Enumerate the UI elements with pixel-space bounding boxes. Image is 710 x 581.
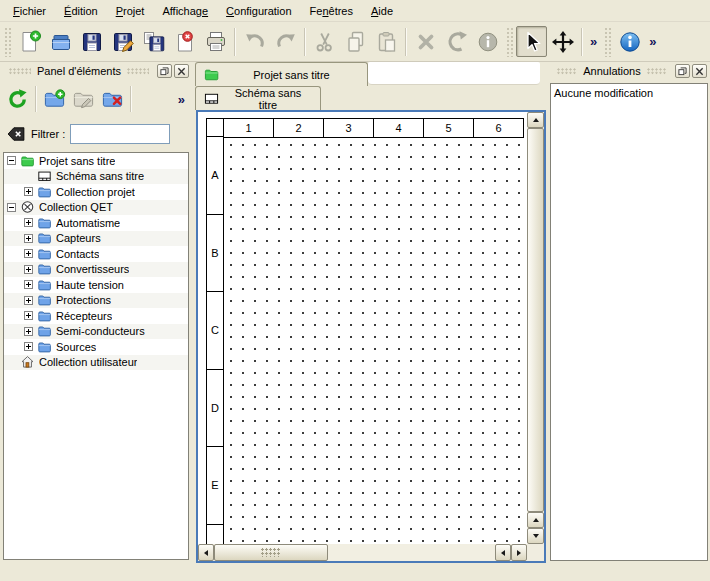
undo-panel-titlebar[interactable]: Annulations <box>548 62 710 80</box>
scroll-up-button-bottom[interactable] <box>527 512 544 528</box>
save-all-button[interactable] <box>138 26 169 57</box>
close-panel-button[interactable] <box>174 64 189 78</box>
new-document-button[interactable] <box>14 26 45 57</box>
project-icon <box>20 154 35 168</box>
row-label-cell-partial <box>206 524 224 545</box>
tree-item-collection-qet[interactable]: Collection QET <box>4 200 188 216</box>
tree-item-recepteurs[interactable]: Récepteurs <box>4 308 188 324</box>
plus-expander-icon <box>24 342 33 351</box>
redo-button <box>270 26 301 57</box>
scroll-left-button[interactable] <box>198 544 214 561</box>
elements-panel-toolbar: » <box>0 80 192 118</box>
elements-panel-title: Panel d'éléments <box>37 65 121 77</box>
tree-item-haute-tension[interactable]: Haute tension <box>4 277 188 293</box>
cut-icon <box>313 30 337 54</box>
plus-expander[interactable] <box>24 215 36 230</box>
tree-item-projet-sans-titre[interactable]: Projet sans titre <box>4 153 188 169</box>
plus-expander[interactable] <box>24 246 36 261</box>
diagram-horizontal-scrollbar[interactable] <box>198 544 527 561</box>
diagram-canvas[interactable]: 123456 ABCDE <box>198 112 527 544</box>
filter-row: Filtrer : <box>0 118 192 150</box>
float-panel-button[interactable] <box>157 64 172 78</box>
horizontal-scrollbar-thumb[interactable] <box>214 544 328 561</box>
save-button[interactable] <box>76 26 107 57</box>
project-icon <box>204 67 219 82</box>
filter-input[interactable] <box>70 124 170 144</box>
select-tool-button[interactable] <box>516 26 547 57</box>
menu-edition[interactable]: Édition <box>55 0 107 21</box>
minus-expander[interactable] <box>7 153 19 168</box>
delete-icon <box>414 30 438 54</box>
scroll-up-button[interactable] <box>527 112 544 128</box>
folder-icon <box>37 262 52 276</box>
print-button[interactable] <box>200 26 231 57</box>
plus-expander[interactable] <box>24 277 36 292</box>
tree-item-semi-conducteurs[interactable]: Semi-conducteurs <box>4 324 188 340</box>
open-document-button[interactable] <box>45 26 76 57</box>
undo-list-item[interactable]: Aucune modification <box>551 84 707 101</box>
float-icon <box>678 67 687 76</box>
diagram-view[interactable]: 123456 ABCDE <box>196 110 546 563</box>
tree-item-automatisme[interactable]: Automatisme <box>4 215 188 231</box>
tree-item-label: Projet sans titre <box>39 155 115 167</box>
elements-panel-titlebar[interactable]: Panel d'éléments <box>0 62 192 80</box>
folder-icon <box>37 324 52 338</box>
menu-fenetres[interactable]: Fenêtres <box>301 0 362 21</box>
toolbar-extension-button[interactable]: » <box>586 34 601 49</box>
menu-fichier[interactable]: Fichier <box>4 0 55 21</box>
move-tool-button[interactable] <box>547 26 578 57</box>
save-as-button[interactable] <box>107 26 138 57</box>
row-label-cell: D <box>206 369 224 448</box>
plus-expander[interactable] <box>24 231 36 246</box>
about-button[interactable] <box>614 26 645 57</box>
delete-category-button[interactable] <box>98 85 127 114</box>
toolbar-handle[interactable] <box>506 27 513 57</box>
scroll-left-button-right[interactable] <box>495 544 511 561</box>
tree-item-collection-utilisateur[interactable]: Collection utilisateur <box>4 355 188 371</box>
float-panel-button[interactable] <box>675 64 690 78</box>
scroll-right-button[interactable] <box>511 544 527 561</box>
plus-expander[interactable] <box>24 339 36 354</box>
tree-item-label: Récepteurs <box>56 310 112 322</box>
scroll-down-button[interactable] <box>527 528 544 544</box>
paste-button <box>371 26 402 57</box>
tree-item-capteurs[interactable]: Capteurs <box>4 231 188 247</box>
horizontal-scrollbar-track[interactable] <box>328 544 495 561</box>
tree-item-label: Sources <box>56 341 96 353</box>
tree-item-label: Capteurs <box>56 232 101 244</box>
plus-expander[interactable] <box>24 308 36 323</box>
plus-expander[interactable] <box>24 293 36 308</box>
clear-filter-icon[interactable] <box>6 124 26 144</box>
toolbar-handle[interactable] <box>604 27 611 57</box>
tab-schema[interactable]: Schéma sans titre <box>195 86 321 110</box>
diagram-vertical-scrollbar[interactable] <box>527 112 544 544</box>
close-document-button[interactable] <box>169 26 200 57</box>
toolbar-handle[interactable] <box>4 27 11 57</box>
toolbar-extension-button[interactable]: » <box>174 92 189 107</box>
plus-expander[interactable] <box>24 262 36 277</box>
vertical-scrollbar-thumb[interactable] <box>527 128 544 512</box>
menu-configuration[interactable]: Configuration <box>217 0 300 21</box>
tab-project[interactable]: Projet sans titre <box>195 62 368 86</box>
close-panel-button[interactable] <box>692 64 707 78</box>
tree-item-schema-sans-titre[interactable]: Schéma sans titre <box>4 169 188 185</box>
plus-expander-icon <box>24 265 33 274</box>
tree-item-sources[interactable]: Sources <box>4 339 188 355</box>
tree-item-collection-projet[interactable]: Collection projet <box>4 184 188 200</box>
plus-expander[interactable] <box>24 324 36 339</box>
reload-collections-button[interactable] <box>3 85 32 114</box>
column-header-cell: 1 <box>223 118 274 138</box>
tree-item-protections[interactable]: Protections <box>4 293 188 309</box>
toolbar-separator <box>304 28 306 56</box>
plus-expander[interactable] <box>24 184 36 199</box>
left-arrow-icon <box>501 550 505 556</box>
menu-aide[interactable]: Aide <box>362 0 402 21</box>
tree-item-convertisseurs[interactable]: Convertisseurs <box>4 262 188 278</box>
tree-item-contacts[interactable]: Contacts <box>4 246 188 262</box>
menu-affichage[interactable]: Affichage <box>153 0 217 21</box>
menu-projet[interactable]: Projet <box>107 0 154 21</box>
toolbar-extension-button[interactable]: » <box>645 34 660 49</box>
new-category-button[interactable] <box>40 85 69 114</box>
minus-expander[interactable] <box>7 200 19 215</box>
delete-category-icon <box>101 88 124 111</box>
